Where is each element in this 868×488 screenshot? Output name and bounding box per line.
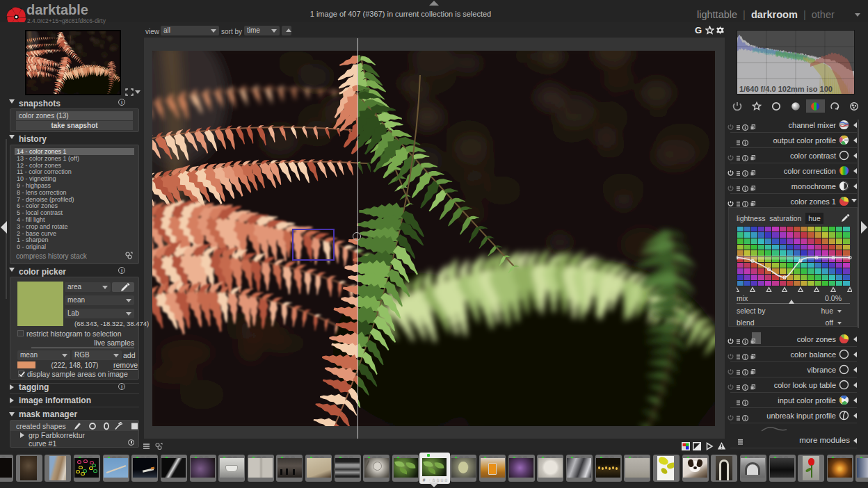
svg-text:1/640 f/4.0 102mm iso 100: 1/640 f/4.0 102mm iso 100 xyxy=(739,85,833,93)
